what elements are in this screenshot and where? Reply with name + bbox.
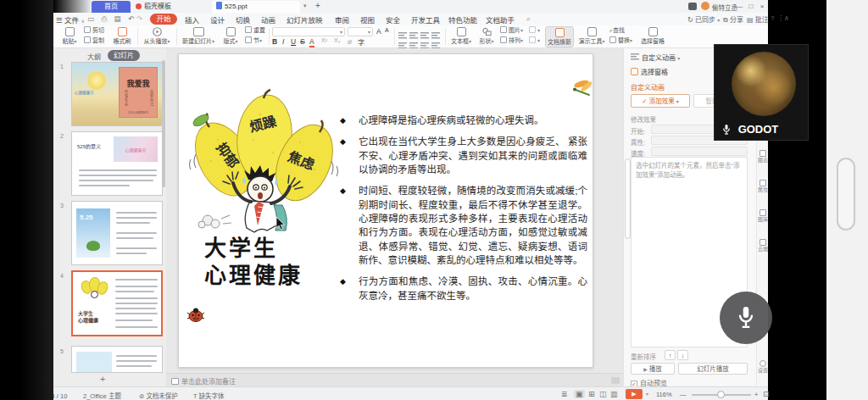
search-icon[interactable]: ⌕ bbox=[526, 14, 531, 24]
tab-list-chevron-icon[interactable]: ▾ bbox=[303, 3, 307, 9]
notes-bar[interactable]: 单击此处添加备注 bbox=[166, 373, 623, 386]
speed-combo[interactable] bbox=[651, 147, 748, 156]
layout-button[interactable]: 版式▾ bbox=[220, 26, 242, 45]
menu-tab-assistant[interactable]: 文档助手 bbox=[486, 14, 515, 25]
slideshow-chevron-icon[interactable]: ▾ bbox=[646, 391, 648, 397]
shrink-font-button[interactable]: A bbox=[385, 27, 389, 33]
thumbnail-slide-5[interactable]: 大学生 bbox=[71, 346, 163, 373]
thumbnail-slide-4-selected[interactable]: 大学生心理健康 bbox=[71, 270, 163, 336]
bullet-item[interactable]: ◆行为方面和焦虑、冷漠、固执、攻击、心情沉重。心灰意冷，甚至痛不欲生等。 bbox=[340, 275, 587, 303]
tab-home[interactable]: 首页 bbox=[92, 1, 131, 13]
bold-button[interactable]: B bbox=[272, 37, 277, 46]
cut-button[interactable]: 剪切 bbox=[84, 25, 104, 36]
add-effect-button[interactable]: ✓ 添加效果 ▾ bbox=[631, 94, 690, 108]
menu-tab-insert[interactable]: 插入 bbox=[185, 14, 199, 25]
reorder-down-button[interactable]: ↓ bbox=[677, 350, 688, 360]
grow-font-button[interactable]: A bbox=[376, 27, 381, 36]
sidebar-item-properties[interactable]: 属性 bbox=[758, 180, 768, 193]
zoom-slider-thumb[interactable] bbox=[717, 391, 725, 398]
slide-canvas[interactable]: 抑郁 烦躁 焦虑 bbox=[178, 53, 593, 368]
play-from-start-button[interactable]: 从头播放▾ bbox=[140, 26, 174, 45]
replace-button[interactable]: 替换▾ bbox=[609, 36, 632, 46]
sidebar-item-settings[interactable]: 设置 bbox=[758, 360, 768, 374]
comment-button[interactable]: ▤ 批注 bbox=[747, 14, 769, 24]
sorter-view-icon[interactable]: ⊞ bbox=[588, 390, 595, 398]
skin-icon[interactable] bbox=[688, 3, 697, 10]
text-effect-button[interactable]: 字 bbox=[358, 37, 364, 47]
zoom-level[interactable]: 116% bbox=[656, 391, 672, 398]
menu-tab-devtools[interactable]: 开发工具 bbox=[411, 14, 440, 25]
selection-pane-button[interactable]: 选择窗格 bbox=[638, 26, 667, 45]
tab-slides[interactable]: 幻灯片 bbox=[108, 50, 140, 61]
normal-view-icon[interactable]: ▣ bbox=[574, 390, 585, 398]
video-call-tile[interactable]: GODOT bbox=[715, 45, 808, 140]
fullscreen-icon[interactable]: ⊡ bbox=[763, 390, 770, 398]
play-animation-button[interactable]: ▶ 播放 bbox=[631, 363, 675, 375]
redo-icon[interactable]: ↷ bbox=[136, 14, 145, 23]
sidebar-item-chart[interactable]: 图表 bbox=[758, 150, 768, 164]
underline-button[interactable]: U bbox=[291, 37, 296, 46]
reset-button[interactable]: 重置 bbox=[245, 25, 265, 36]
collapse-ribbon-icon[interactable]: ∧ bbox=[784, 14, 789, 22]
selection-pane-link[interactable]: 选择窗格 bbox=[631, 67, 668, 76]
thumbnail-slide-2[interactable]: 525的意义 心理健康节 bbox=[71, 131, 163, 196]
menu-tab-start[interactable]: 开始 bbox=[150, 14, 177, 25]
missing-font-status[interactable]: T 缺失字体 bbox=[193, 391, 225, 400]
textbox-button[interactable]: 文本框▾ bbox=[448, 26, 474, 45]
insert-extra2-button[interactable]: ▾ bbox=[529, 36, 540, 46]
new-tab-button[interactable]: + bbox=[315, 1, 320, 10]
minimize-button[interactable]: — bbox=[734, 1, 744, 12]
tab-document[interactable]: 525.ppt bbox=[212, 1, 300, 13]
font-color-button[interactable]: A bbox=[309, 37, 314, 47]
menu-tab-design[interactable]: 设计 bbox=[210, 14, 225, 25]
strikethrough-button[interactable]: S bbox=[300, 37, 305, 46]
split-view-icon[interactable]: ▥ bbox=[610, 390, 618, 398]
section-button[interactable]: 节▾ bbox=[245, 36, 262, 46]
shapes-button[interactable]: 形状▾ bbox=[476, 26, 497, 45]
reading-view-icon[interactable]: ◫ bbox=[599, 390, 607, 398]
insert-extra-button[interactable]: ▾ bbox=[529, 25, 540, 36]
slide-title-line2[interactable]: 心理健康 bbox=[204, 258, 303, 289]
add-slide-button[interactable]: + bbox=[100, 374, 105, 384]
menu-tab-view[interactable]: 视图 bbox=[360, 14, 375, 25]
thumbnail-slide-3[interactable]: 5.25 bbox=[71, 201, 163, 265]
zoom-out-button[interactable]: — bbox=[680, 391, 687, 398]
help-button[interactable]: ? bbox=[771, 14, 774, 22]
picture-button[interactable]: 图片▾ bbox=[500, 25, 523, 36]
tab-outline[interactable]: 大纲 bbox=[87, 52, 101, 61]
menu-tab-transition[interactable]: 切换 bbox=[236, 14, 250, 25]
italic-button[interactable]: I bbox=[282, 37, 284, 46]
phone-side-handle[interactable] bbox=[837, 158, 855, 231]
maximize-button[interactable]: □ bbox=[746, 1, 756, 12]
sync-status[interactable]: ↻ 已同步 ▾ bbox=[687, 14, 720, 24]
pane-scrollbar[interactable] bbox=[625, 158, 631, 239]
avatar[interactable] bbox=[701, 2, 709, 10]
menu-tab-review[interactable]: 审阅 bbox=[335, 14, 349, 25]
tab-docer[interactable]: 稻壳模板 bbox=[136, 1, 207, 13]
bullet-item[interactable]: ◆心理障碍是指心理疾病或轻微的心理失调。 bbox=[340, 114, 587, 127]
sidebar-item-cloud[interactable]: 云端 bbox=[758, 239, 768, 253]
bullet-item[interactable]: ◆它出现在当代大学生身上大多数是因心身疲乏、 紧张不安、心理矛盾冲突、遇到突如其… bbox=[340, 135, 587, 176]
new-slide-button[interactable]: 新建幻灯片▾ bbox=[180, 26, 217, 45]
menu-tab-animation[interactable]: 动画 bbox=[261, 14, 275, 25]
doc-refresh-button[interactable]: 文档焕新 bbox=[545, 26, 574, 47]
copy-button[interactable]: 复制 bbox=[84, 36, 104, 46]
protection-status[interactable]: ⊘ 文档未保护 bbox=[139, 391, 178, 400]
font-size-combo[interactable]: ▾ bbox=[348, 27, 373, 36]
format-painter-button[interactable]: 格式刷 bbox=[109, 26, 135, 45]
menu-tab-features[interactable]: 特色功能 bbox=[448, 14, 477, 25]
zoom-in-button[interactable]: + bbox=[754, 391, 758, 398]
file-menu[interactable]: ☰ 文件 ∨ bbox=[56, 14, 85, 25]
reorder-up-button[interactable]: ↑ bbox=[665, 350, 676, 360]
arrange-button[interactable]: 排列▾ bbox=[500, 36, 523, 46]
notes-placeholder[interactable]: 单击此处添加备注 bbox=[171, 376, 236, 386]
font-name-combo[interactable]: ▾ bbox=[272, 27, 345, 36]
notes-splitter-handle[interactable] bbox=[611, 377, 620, 384]
quick-access-toolbar[interactable]: ▭ ⎙ ▤ ↶↷ ≡ bbox=[87, 14, 157, 24]
thumbnail-slide-1[interactable]: 心理健康节 我爱我 珍惜生命 关爱自己 525心理健康节 bbox=[71, 62, 163, 126]
undo-icon[interactable]: ↶ bbox=[128, 14, 136, 23]
more-menu-icon[interactable]: ⋮ bbox=[777, 14, 784, 22]
close-button[interactable]: × bbox=[757, 1, 767, 12]
pane-title[interactable]: 自定义动画 ▾ bbox=[631, 53, 680, 62]
share-button[interactable]: ⧉ 分享 bbox=[723, 14, 743, 25]
